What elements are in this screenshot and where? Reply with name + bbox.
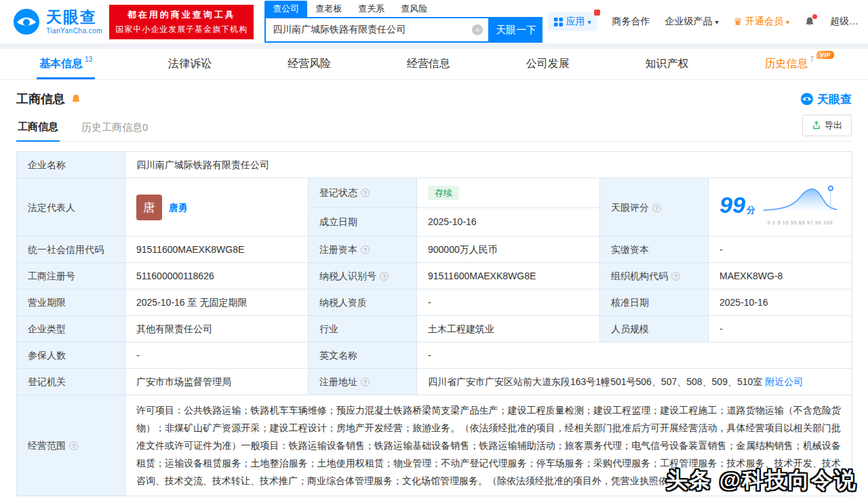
reg-capital-value: 900000万人民币 <box>417 237 600 263</box>
legal-rep-label: 法定代表人 <box>17 178 125 237</box>
section-title: 工商信息 <box>16 91 65 107</box>
tab-count: 13 <box>85 56 92 63</box>
business-cooperation-link[interactable]: 商务合作 <box>612 16 650 28</box>
info-icon[interactable]: ? <box>361 378 370 386</box>
table-row: 企业名称 四川南广城际铁路有限责任公司 <box>17 152 852 178</box>
tab-intellectual-property[interactable]: 知识产权 <box>646 49 689 79</box>
taxpayer-quality-value: - <box>417 289 600 316</box>
notification-dot <box>812 14 817 19</box>
score-axis-labels: 0 1 5 15 55 85 97 99 100 <box>766 218 835 229</box>
business-term-label: 营业期限 <box>17 289 125 316</box>
company-name-value: 四川南广城际铁路有限责任公司 <box>125 152 852 178</box>
taxpayer-id-value: 91511600MAEXK8WG8E <box>417 263 600 289</box>
reg-number-label: 工商注册号 <box>17 263 125 289</box>
tab-legal-proceedings[interactable]: 法律诉讼 <box>168 49 212 79</box>
business-info-subtabs: 工商信息 历史工商信息0 导出 <box>16 115 852 142</box>
reg-number-value: 511600000118626 <box>125 263 309 289</box>
table-row: 登记机关 广安市市场监督管理局 注册地址? 四川省广安市广安区站前大道东段163… <box>17 369 852 395</box>
tab-label: 知识产权 <box>646 57 689 71</box>
legal-rep-name-link[interactable]: 唐勇 <box>169 201 188 214</box>
reg-status-value: 存续 <box>417 178 600 208</box>
section-brand-label: 天眼查 <box>817 92 852 107</box>
tab-count: 7 <box>810 56 814 63</box>
info-icon[interactable]: ? <box>69 441 78 450</box>
table-row: 法定代表人 唐 唐勇 登记状态? 存续 天眼评分? <box>17 178 852 208</box>
search-tab-relation[interactable]: 查关系 <box>350 1 393 17</box>
legal-rep-avatar[interactable]: 唐 <box>136 195 162 220</box>
company-name-label: 企业名称 <box>17 152 125 178</box>
paid-capital-label: 实缴资本 <box>600 237 709 263</box>
enterprise-products-menu[interactable]: 企业级产品 ▾ <box>665 16 718 28</box>
tab-label: 法律诉讼 <box>168 57 212 71</box>
slogan-banner: 都在用的商业查询工具 国家中小企业发展子基金旗下机构 <box>109 5 254 39</box>
info-icon[interactable]: ? <box>652 203 661 212</box>
apps-label: 应用 <box>566 16 585 28</box>
business-scope-label: 经营范围? <box>17 395 125 496</box>
tianyancha-logo[interactable]: 天眼查 TianYanCha.com <box>12 7 102 36</box>
business-info-table: 企业名称 四川南广城际铁路有限责任公司 法定代表人 唐 唐勇 登记状态? 存续 <box>16 151 852 496</box>
reg-authority-label: 登记机关 <box>17 369 125 395</box>
tab-label: 公司发展 <box>526 57 570 71</box>
info-icon[interactable]: ? <box>361 245 370 254</box>
chevron-down-icon: ▾ <box>587 18 591 26</box>
export-button[interactable]: 导出 <box>802 115 852 136</box>
slogan-line1: 都在用的商业查询工具 <box>115 9 248 21</box>
top-header: 天眼查 TianYanCha.com 都在用的商业查询工具 国家中小企业发展子基… <box>0 0 868 43</box>
approval-date-value: 2025-10-16 <box>709 289 852 316</box>
insured-count-value: - <box>125 342 309 369</box>
reg-capital-label-text: 注册资本 <box>319 244 357 255</box>
clear-search-icon[interactable]: × <box>472 24 483 35</box>
logo-domain: TianYanCha.com <box>46 28 102 35</box>
crown-icon: ♛ <box>734 16 743 28</box>
score-value: 99 <box>719 192 745 218</box>
tab-history-info[interactable]: 历史信息 7 VIP <box>764 49 819 79</box>
chevron-down-icon: ▾ <box>715 18 718 26</box>
apps-menu[interactable]: 应用 ▾ <box>548 12 597 31</box>
tab-label: 经营风险 <box>288 57 331 71</box>
grid-icon <box>554 18 563 26</box>
super-vip-link[interactable]: 超级… <box>830 16 859 28</box>
taxpayer-id-label: 纳税人识别号? <box>309 263 417 289</box>
tab-label: 经营信息 <box>407 57 450 71</box>
notifications-bell[interactable] <box>804 16 815 27</box>
reg-address-value: 四川省广安市广安区站前大道东段163号1幢501号506、507、508、509… <box>428 376 762 387</box>
subtab-history-business-info[interactable]: 历史工商信息0 <box>80 116 149 141</box>
search-tab-risk[interactable]: 查风险 <box>393 1 435 17</box>
table-row: 企业类型 其他有限责任公司 行业 土木工程建筑业 人员规模 - <box>17 316 852 342</box>
reg-authority-value: 广安市市场监督管理局 <box>125 369 309 395</box>
info-icon[interactable]: ? <box>671 272 680 281</box>
establish-date-label: 成立日期 <box>309 207 417 236</box>
score-cell: 99分 <box>709 178 852 237</box>
status-badge: 存续 <box>428 186 459 201</box>
industry-value: 土木工程建筑业 <box>417 316 600 342</box>
tab-operating-info[interactable]: 经营信息 <box>407 49 450 79</box>
apps-new-badge <box>594 9 600 16</box>
search-area: 查公司 查老板 查关系 查风险 × 天眼一下 <box>264 1 542 43</box>
org-code-value: MAEXK8WG-8 <box>709 263 852 289</box>
tab-company-development[interactable]: 公司发展 <box>526 49 570 79</box>
subtab-business-info[interactable]: 工商信息 <box>16 115 60 142</box>
company-type-label: 企业类型 <box>17 316 125 342</box>
legal-rep-cell: 唐 唐勇 <box>125 178 309 237</box>
export-icon <box>812 121 821 130</box>
reg-status-label-text: 登记状态 <box>319 187 357 198</box>
business-cooperation-label: 商务合作 <box>612 16 650 28</box>
search-input[interactable] <box>273 24 472 35</box>
tab-basic-info[interactable]: 基本信息 13 <box>39 49 92 79</box>
search-tab-company[interactable]: 查公司 <box>264 1 307 17</box>
info-icon[interactable]: ? <box>380 272 389 281</box>
establish-date-value: 2025-10-16 <box>417 207 600 236</box>
monitor-bell-icon[interactable] <box>71 94 81 104</box>
search-button[interactable]: 天眼一下 <box>490 17 542 43</box>
header-divider <box>0 43 868 49</box>
tab-label: 历史信息 <box>764 57 808 71</box>
tab-operating-risk[interactable]: 经营风险 <box>288 49 331 79</box>
industry-label: 行业 <box>309 316 417 342</box>
enterprise-products-label: 企业级产品 <box>665 16 712 28</box>
nearby-companies-link[interactable]: 附近公司 <box>765 376 803 387</box>
open-vip-menu[interactable]: ♛ 开通会员 ▾ <box>734 16 789 28</box>
company-type-value: 其他有限责任公司 <box>125 316 309 342</box>
info-icon[interactable]: ? <box>361 188 370 197</box>
business-scope-label-text: 经营范围 <box>28 440 66 451</box>
search-tab-boss[interactable]: 查老板 <box>307 1 350 17</box>
